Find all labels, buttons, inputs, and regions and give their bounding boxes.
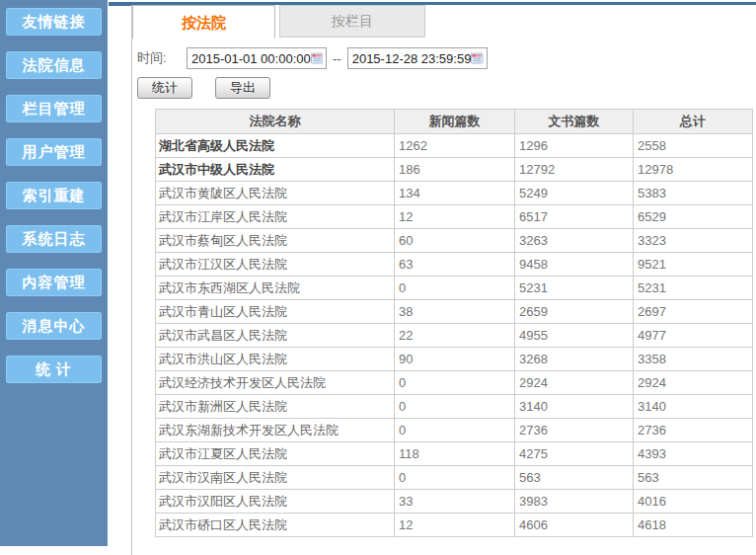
count-cell: 9458 — [515, 253, 634, 277]
sidebar-item-6[interactable]: 内容管理 — [6, 269, 102, 296]
count-cell: 90 — [395, 348, 515, 371]
count-cell: 6517 — [515, 205, 634, 229]
table-header: 法院名称新闻篇数文书篇数总计 — [156, 110, 753, 134]
count-cell: 4977 — [634, 324, 753, 348]
count-cell: 63 — [395, 253, 515, 277]
count-cell: 1296 — [515, 134, 634, 158]
count-cell: 22 — [395, 324, 515, 348]
column-header-0: 法院名称 — [156, 110, 395, 134]
count-cell: 0 — [395, 466, 515, 490]
count-cell: 2924 — [515, 371, 634, 395]
court-name-cell: 武汉市中级人民法院 — [156, 158, 395, 182]
sidebar-item-3[interactable]: 用户管理 — [6, 138, 102, 166]
tab-bar: 按法院 按栏目 — [132, 5, 756, 39]
count-cell: 3140 — [515, 395, 634, 419]
court-name-cell: 武汉市江汉区人民法院 — [156, 253, 395, 277]
column-header-2: 文书篇数 — [515, 110, 634, 134]
count-cell: 38 — [395, 300, 515, 324]
table-row: 武汉市汉南区人民法院0563563 — [156, 466, 753, 490]
count-cell: 2659 — [515, 300, 634, 324]
court-name-cell: 武汉市汉阳区人民法院 — [156, 490, 395, 514]
sidebar-item-4[interactable]: 索引重建 — [6, 182, 102, 209]
tab-by-court[interactable]: 按法院 — [132, 5, 275, 39]
time-label: 时间: — [137, 49, 177, 67]
table-row: 武汉市新洲区人民法院031403140 — [156, 395, 753, 419]
count-cell: 4016 — [634, 490, 753, 514]
sidebar-item-8[interactable]: 统 计 — [6, 356, 102, 383]
table-row: 武汉经济技术开发区人民法院029242924 — [156, 371, 753, 395]
count-cell: 0 — [395, 419, 515, 442]
count-cell: 12 — [395, 205, 515, 229]
count-cell: 2736 — [515, 419, 634, 442]
table-row: 武汉市江岸区人民法院1265176529 — [156, 205, 753, 229]
app-window: 友情链接法院信息栏目管理用户管理索引重建系统日志内容管理消息中心统 计 按法院 … — [0, 0, 756, 555]
count-cell: 134 — [395, 182, 515, 205]
count-cell: 3983 — [515, 490, 634, 514]
count-cell: 4606 — [515, 514, 634, 537]
content-pane: 按法院 按栏目 时间: 2015-01-01 00:00:00 -- — [131, 5, 756, 555]
calendar-icon[interactable] — [471, 51, 483, 65]
table-header-row: 法院名称新闻篇数文书篇数总计 — [156, 110, 753, 134]
court-name-cell: 武汉市硚口区人民法院 — [156, 514, 395, 537]
column-header-1: 新闻篇数 — [395, 110, 515, 134]
statistics-button[interactable]: 统计 — [137, 77, 192, 99]
range-separator: -- — [333, 51, 341, 66]
sidebar-item-2[interactable]: 栏目管理 — [6, 95, 102, 122]
tab-by-column[interactable]: 按栏目 — [279, 5, 425, 38]
table-body: 湖北省高级人民法院126212962558武汉市中级人民法院1861279212… — [156, 134, 753, 537]
sidebar-item-5[interactable]: 系统日志 — [6, 225, 102, 253]
table-row: 武汉市东西湖区人民法院052315231 — [156, 277, 753, 300]
count-cell: 4955 — [515, 324, 634, 348]
court-name-cell: 武汉市汉南区人民法院 — [156, 466, 395, 490]
table-row: 武汉东湖新技术开发区人民法院027362736 — [156, 419, 753, 442]
table-row: 武汉市青山区人民法院3826592697 — [156, 300, 753, 324]
count-cell: 2736 — [634, 419, 753, 442]
court-name-cell: 湖北省高级人民法院 — [156, 134, 395, 158]
count-cell: 2558 — [634, 134, 753, 158]
count-cell: 1262 — [395, 134, 515, 158]
court-name-cell: 武汉市江夏区人民法院 — [156, 442, 395, 466]
count-cell: 4618 — [634, 514, 753, 537]
action-button-row: 统计 导出 — [137, 77, 756, 99]
count-cell: 60 — [395, 229, 515, 253]
end-datetime-value: 2015-12-28 23:59:59 — [352, 51, 472, 66]
count-cell: 5231 — [634, 277, 753, 300]
count-cell: 2697 — [634, 300, 753, 324]
count-cell: 3268 — [515, 348, 634, 371]
count-cell: 4275 — [515, 442, 634, 466]
count-cell: 33 — [395, 490, 515, 514]
count-cell: 0 — [395, 395, 515, 419]
count-cell: 563 — [515, 466, 634, 490]
count-cell: 3323 — [634, 229, 753, 253]
count-cell: 4393 — [634, 442, 753, 466]
count-cell: 118 — [395, 442, 515, 466]
sidebar-item-0[interactable]: 友情链接 — [6, 8, 102, 36]
end-datetime-input[interactable]: 2015-12-28 23:59:59 — [347, 47, 488, 69]
count-cell: 12 — [395, 514, 515, 537]
court-name-cell: 武汉市东西湖区人民法院 — [156, 277, 395, 300]
count-cell: 0 — [395, 371, 515, 395]
sidebar-item-1[interactable]: 法院信息 — [6, 51, 102, 79]
count-cell: 5383 — [634, 182, 753, 205]
start-datetime-input[interactable]: 2015-01-01 00:00:00 — [187, 47, 327, 69]
table-row: 湖北省高级人民法院126212962558 — [156, 134, 753, 158]
calendar-icon[interactable] — [311, 51, 323, 65]
court-name-cell: 武汉市新洲区人民法院 — [156, 395, 395, 419]
count-cell: 12792 — [515, 158, 634, 182]
export-button[interactable]: 导出 — [215, 77, 270, 99]
count-cell: 6529 — [634, 205, 753, 229]
table-row: 武汉市洪山区人民法院9032683358 — [156, 348, 753, 371]
table-row: 武汉市硚口区人民法院1246064618 — [156, 514, 753, 537]
count-cell: 186 — [395, 158, 515, 182]
table-row: 武汉市中级人民法院1861279212978 — [156, 158, 753, 182]
sidebar-item-7[interactable]: 消息中心 — [6, 312, 102, 340]
table-row: 武汉市江汉区人民法院6394589521 — [156, 253, 753, 277]
court-name-cell: 武汉市蔡甸区人民法院 — [156, 229, 395, 253]
count-cell: 12978 — [634, 158, 753, 182]
court-name-cell: 武汉市青山区人民法院 — [156, 300, 395, 324]
count-cell: 3358 — [634, 348, 753, 371]
court-name-cell: 武汉市黄陂区人民法院 — [156, 182, 395, 205]
count-cell: 9521 — [634, 253, 753, 277]
court-name-cell: 武汉市洪山区人民法院 — [156, 348, 395, 371]
count-cell: 3263 — [515, 229, 634, 253]
